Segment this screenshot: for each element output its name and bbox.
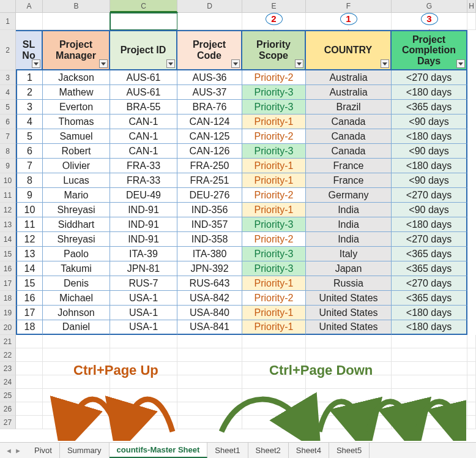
cell[interactable] bbox=[242, 389, 306, 402]
cell-country[interactable]: Russia bbox=[306, 276, 392, 291]
cell-priority[interactable]: Priority-2 bbox=[242, 291, 306, 306]
col-header-d[interactable]: D bbox=[177, 0, 242, 12]
cell-pcd[interactable]: <365 days bbox=[392, 100, 467, 114]
cell-pid[interactable]: DEU-49 bbox=[110, 188, 177, 203]
row-header[interactable]: 18 bbox=[0, 291, 16, 306]
cell-sl[interactable]: 10 bbox=[16, 203, 43, 217]
cell-pid[interactable]: IND-91 bbox=[110, 232, 177, 247]
cell-country[interactable]: Australia bbox=[306, 70, 392, 85]
cell[interactable] bbox=[43, 402, 110, 416]
cell[interactable] bbox=[43, 348, 110, 362]
cell-pm[interactable]: Denis bbox=[43, 276, 110, 291]
cell-pm[interactable]: Mario bbox=[43, 188, 110, 203]
cell-pm[interactable]: Lucas bbox=[43, 173, 110, 188]
row-header[interactable]: 21 bbox=[0, 335, 16, 348]
cell-pid[interactable]: USA-1 bbox=[110, 306, 177, 320]
row-header[interactable]: 25 bbox=[0, 389, 16, 402]
cell[interactable] bbox=[16, 362, 43, 375]
cell[interactable] bbox=[392, 375, 467, 389]
cell-sl[interactable]: 16 bbox=[16, 291, 43, 306]
cell[interactable] bbox=[110, 402, 177, 416]
cell-pcd[interactable]: <270 days bbox=[392, 276, 467, 291]
cell-pcd[interactable]: <90 days bbox=[392, 144, 467, 159]
cell[interactable] bbox=[467, 362, 476, 375]
col-header-c[interactable]: C bbox=[110, 0, 177, 12]
cell-pcd[interactable]: <90 days bbox=[392, 173, 467, 188]
cell[interactable] bbox=[392, 348, 467, 362]
cell[interactable] bbox=[392, 362, 467, 375]
cell-priority[interactable]: Priority-2 bbox=[242, 70, 306, 85]
cell[interactable] bbox=[467, 375, 476, 389]
cell[interactable] bbox=[16, 402, 43, 416]
cell-pcd[interactable]: <365 days bbox=[392, 291, 467, 306]
row-header[interactable]: 7 bbox=[0, 129, 16, 144]
cell-pcd[interactable]: <180 days bbox=[392, 320, 467, 335]
cell[interactable] bbox=[467, 402, 476, 416]
cell-pm[interactable]: Daniel bbox=[43, 320, 110, 335]
cell-priority[interactable]: Priority-1 bbox=[242, 173, 306, 188]
cell[interactable] bbox=[242, 416, 306, 429]
cell-pid[interactable]: AUS-61 bbox=[110, 85, 177, 100]
cell-pm[interactable]: Takumi bbox=[43, 261, 110, 276]
cell[interactable]: 2 ↓ bbox=[242, 13, 306, 30]
cell-pid[interactable]: USA-1 bbox=[110, 291, 177, 306]
row-header[interactable]: 3 bbox=[0, 70, 16, 85]
cell[interactable] bbox=[467, 348, 476, 362]
cell-pc[interactable]: JPN-392 bbox=[177, 261, 242, 276]
cell-pcd[interactable]: <270 days bbox=[392, 70, 467, 85]
cell-country[interactable]: France bbox=[306, 159, 392, 173]
filter-dropdown-icon[interactable] bbox=[231, 59, 240, 68]
tab-sheet1[interactable]: Sheet1 bbox=[207, 443, 248, 458]
cell-priority[interactable]: Priority-3 bbox=[242, 100, 306, 114]
cell-pcd[interactable]: <180 days bbox=[392, 217, 467, 232]
cell-country[interactable]: Australia bbox=[306, 85, 392, 100]
cell-pid[interactable]: AUS-61 bbox=[110, 70, 177, 85]
row-header[interactable]: 14 bbox=[0, 232, 16, 247]
cell-country[interactable]: Canada bbox=[306, 144, 392, 159]
cell-pm[interactable]: Samuel bbox=[43, 129, 110, 144]
cell-pid[interactable]: CAN-1 bbox=[110, 129, 177, 144]
header-sl-no[interactable]: SL No bbox=[16, 30, 43, 70]
row-header[interactable]: 9 bbox=[0, 159, 16, 173]
cell-pc[interactable]: BRA-76 bbox=[177, 100, 242, 114]
cell[interactable] bbox=[177, 402, 242, 416]
cell[interactable] bbox=[306, 348, 392, 362]
cell-pc[interactable]: FRA-251 bbox=[177, 173, 242, 188]
col-header-e[interactable]: E bbox=[242, 0, 306, 12]
header-country[interactable]: COUNTRY bbox=[306, 30, 392, 70]
cell[interactable]: 1 ↓ bbox=[306, 13, 392, 30]
tab-sheet2[interactable]: Sheet2 bbox=[248, 443, 289, 458]
cell[interactable] bbox=[392, 389, 467, 402]
cell-pm[interactable]: Siddhart bbox=[43, 217, 110, 232]
col-header-g[interactable]: G bbox=[392, 0, 467, 12]
row-header[interactable]: 17 bbox=[0, 276, 16, 291]
cell-sl[interactable]: 8 bbox=[16, 173, 43, 188]
cell[interactable] bbox=[177, 416, 242, 429]
cell-sl[interactable]: 12 bbox=[16, 232, 43, 247]
cell[interactable] bbox=[242, 335, 306, 348]
row-header[interactable]: 27 bbox=[0, 416, 16, 429]
cell-sl[interactable]: 4 bbox=[16, 114, 43, 129]
cell[interactable] bbox=[177, 335, 242, 348]
cell-pid[interactable]: JPN-81 bbox=[110, 261, 177, 276]
cell[interactable] bbox=[306, 416, 392, 429]
cell-pid[interactable]: USA-1 bbox=[110, 320, 177, 335]
tab-summary[interactable]: Summary bbox=[60, 443, 110, 458]
cell-priority[interactable]: Priority-2 bbox=[242, 129, 306, 144]
cell[interactable] bbox=[177, 362, 242, 375]
row-header[interactable]: 12 bbox=[0, 203, 16, 217]
cell-pc[interactable]: CAN-126 bbox=[177, 144, 242, 159]
row-header[interactable]: 10 bbox=[0, 173, 16, 188]
cell-pm[interactable]: Thomas bbox=[43, 114, 110, 129]
cell-priority[interactable]: Priority-3 bbox=[242, 144, 306, 159]
cell-priority[interactable]: Priority-3 bbox=[242, 261, 306, 276]
cell[interactable] bbox=[16, 13, 43, 30]
filter-dropdown-icon[interactable] bbox=[456, 59, 465, 68]
cell-country[interactable]: India bbox=[306, 203, 392, 217]
cell-pid[interactable]: RUS-7 bbox=[110, 276, 177, 291]
cell-pm[interactable]: Paolo bbox=[43, 247, 110, 261]
filter-dropdown-icon[interactable] bbox=[32, 59, 40, 68]
cell-country[interactable]: Italy bbox=[306, 247, 392, 261]
cell[interactable] bbox=[16, 416, 43, 429]
cell-sl[interactable]: 14 bbox=[16, 261, 43, 276]
